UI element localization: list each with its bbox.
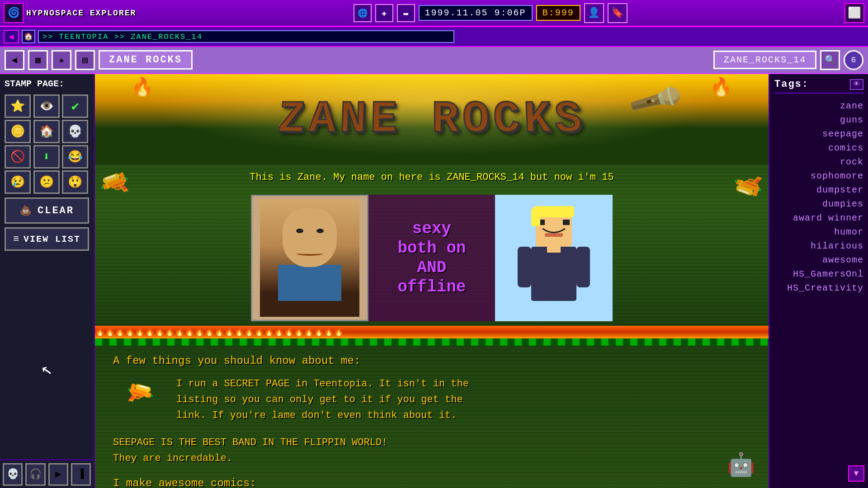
bottom-controls: 💀 🎧 ▶ ▐ [0,459,95,488]
gun-sprite: 🔫 [113,376,167,412]
tag-item[interactable]: dumpies [774,197,863,211]
bottom-right-controls: ▼ [769,459,868,488]
toolbar-list-btn[interactable]: ▤ [75,50,95,70]
svg-rect-5 [531,208,540,226]
app-title: HYPNOSPACE EXPLORER [26,9,136,18]
stamp-shock[interactable]: 😲 [62,170,88,194]
toolbar-search-btn[interactable]: 🔍 [820,50,840,70]
cursor-area: ↖ [5,254,89,483]
comics-heading: I make awesome comics: [113,477,750,488]
real-photo [260,199,359,317]
page-title: ZANE ROCKS [99,50,193,70]
page-background: ZANE ROCKS 🎤 🔥 🔥 🔫 🔫 This is Zane. My na… [95,74,769,488]
cartoon-character-svg [509,204,599,312]
corner-button[interactable]: ⬜ [844,3,864,23]
tag-item[interactable]: rock [774,155,863,169]
page-header: ZANE ROCKS 🎤 🔥 🔥 [95,74,769,164]
tag-item[interactable]: humor [774,225,863,239]
toolbar-star-btn[interactable]: ★ [52,50,71,70]
stamp-house[interactable]: 🏠 [33,120,60,143]
stamp-confused[interactable]: 😕 [33,170,60,194]
toolbar-back-btn[interactable]: ◀ [5,50,24,70]
view-list-button[interactable]: ≡ VIEW LIST [5,227,89,251]
stamp-sad[interactable]: 😢 [5,170,31,194]
globe-btn[interactable]: 🌐 [354,4,372,22]
bucks-display: B:999 [536,5,580,21]
stamp-down[interactable]: ⬇️ [33,145,60,169]
real-photo-frame [251,195,368,321]
address-input[interactable] [38,30,454,43]
fire-border [95,326,769,338]
secret-text: I run a SECRET PAGE in Teentopia. It isn… [176,376,469,424]
tag-item[interactable]: sophomore [774,169,863,183]
center-content[interactable]: ZANE ROCKS 🎤 🔥 🔥 🔫 🔫 This is Zane. My na… [95,74,769,488]
app-icon: 🌀 [4,3,24,23]
tag-item[interactable]: seepage [774,127,863,141]
tag-item[interactable]: comics [774,141,863,155]
left-panel: STAMP PAGE: ⭐ 👁️ ✔ 🪙 🏠 💀 🚫 ⬇️ 😂 😢 😕 😲 💩 … [0,74,95,488]
tags-panel: Tags: 👁 zanegunsseepagecomicsrocksophomo… [769,74,868,488]
toolbar-pattern-btn[interactable]: ▦ [28,50,48,70]
intro-text: This is Zane. My name on here is ZANE_RO… [95,164,769,190]
svg-rect-7 [518,247,531,287]
tag-item[interactable]: HS_GamersOnl [774,267,863,281]
tag-item[interactable]: hilarious [774,239,863,253]
svg-rect-6 [531,247,576,301]
dash-btn[interactable]: ▬ [397,4,415,22]
tag-item[interactable]: zane [774,99,863,113]
stamp-coin[interactable]: 🪙 [5,120,31,143]
plus-btn[interactable]: ✚ [375,4,393,22]
clear-label: CLEAR [38,205,74,216]
equalizer-btn[interactable]: ▐ [71,463,91,486]
sexy-text: sexyboth onANDoffline [397,219,466,297]
profile-btn[interactable]: 👤 [584,3,604,23]
microphone-icon: 🎤 [625,74,686,131]
eye-right [316,229,324,233]
list-icon: ≡ [13,234,20,245]
pixel-border [95,338,769,346]
toolbar-user-btn[interactable]: 6 [844,50,863,70]
tag-item[interactable]: dumpster [774,183,863,197]
stamp-grid: ⭐ 👁️ ✔ 🪙 🏠 💀 🚫 ⬇️ 😂 😢 😕 😲 [5,94,89,194]
stamp-eye[interactable]: 👁️ [33,94,60,118]
address-bar: ◀ 🏠 [0,27,868,47]
tags-list: zanegunsseepagecomicsrocksophomoredumpst… [774,99,863,295]
bookmark-btn[interactable]: 🔖 [608,3,627,23]
tag-item[interactable]: awesome [774,253,863,267]
svg-rect-9 [547,244,561,253]
eye-left [296,229,303,233]
headphones-btn[interactable]: 🎧 [25,463,45,486]
svg-rect-8 [576,247,590,287]
stamp-laugh[interactable]: 😂 [62,145,88,169]
svg-rect-3 [545,233,563,237]
clock-display: 1999.11.05 9:06P [419,5,533,21]
play-btn[interactable]: ▶ [48,463,68,486]
back-button[interactable]: ◀ [4,30,19,43]
top-bar: 🌀 HYPNOSPACE EXPLORER 🌐 ✚ ▬ 1999.11.05 9… [0,0,868,27]
cursor-icon: ↖ [39,357,54,380]
stamp-skull[interactable]: 💀 [62,120,88,143]
face-shirt [278,265,341,301]
robot-mascot: 🤖 [727,451,755,479]
photo-section: sexyboth onANDoffline [95,190,769,326]
tags-label: Tags: [774,79,809,90]
clear-button[interactable]: 💩 CLEAR [5,197,89,224]
cartoon-photo-frame [495,195,613,321]
stamp-star[interactable]: ⭐ [5,94,31,118]
tags-eye-btn[interactable]: 👁 [850,79,863,90]
home-button[interactable]: 🏠 [22,30,35,43]
tag-item[interactable]: award winner [774,211,863,225]
scroll-down-btn[interactable]: ▼ [848,465,864,482]
top-nav-group: 🌐 ✚ ▬ 1999.11.05 9:06P B:999 👤 🔖 [139,3,842,23]
poop-icon: 💩 [19,205,33,217]
center-text-block: sexyboth onANDoffline [368,195,495,321]
view-list-label: VIEW LIST [24,234,80,244]
stamp-check[interactable]: ✔ [62,94,88,118]
skull-btn[interactable]: 💀 [3,463,23,486]
seepage-text: SEEPAGE IS THE BEST BAND IN THE FLIPPIN … [113,435,750,466]
stamp-no[interactable]: 🚫 [5,145,31,169]
tag-item[interactable]: guns [774,113,863,127]
tags-header: Tags: 👁 [774,79,863,94]
tag-item[interactable]: HS_Creativity [774,281,863,295]
page-main-title: ZANE ROCKS [276,94,588,145]
